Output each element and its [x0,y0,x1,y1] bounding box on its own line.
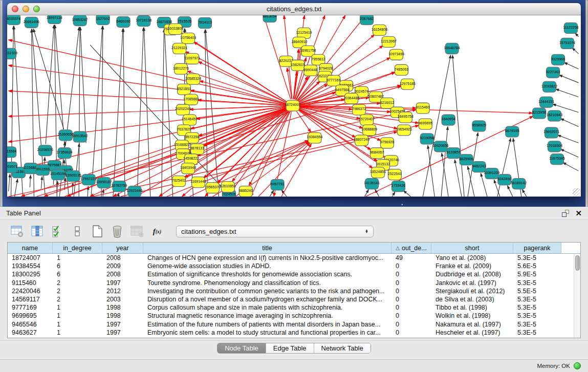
table-cell[interactable]: de Silva et al. (2003) [431,295,513,303]
network-node[interactable]: 10756403 [180,33,196,43]
table-cell[interactable]: 2 [53,287,102,295]
network-node[interactable]: 20206576 [37,145,53,156]
network-edge[interactable] [507,186,512,196]
network-edge[interactable] [123,29,125,196]
table-row[interactable]: 1938455462009Genome-wide association stu… [8,262,580,270]
network-node[interactable]: 17085681 [183,94,199,105]
column-header-name[interactable]: name [8,243,53,253]
network-edge[interactable] [403,190,410,196]
network-edge[interactable] [30,175,30,187]
table-cell[interactable]: 14569117 [8,295,53,303]
left-panel-edge[interactable] [0,0,3,207]
table-cell[interactable]: 0 [391,312,431,320]
network-edge[interactable] [137,28,143,196]
network-node[interactable]: 13505135 [66,171,81,182]
network-node[interactable]: 12444151 [538,97,554,107]
table-cell[interactable]: 0 [391,262,431,270]
network-edge[interactable] [455,160,462,196]
network-node[interactable]: 20364486 [343,93,359,104]
table-cell[interactable]: Disruption of a novel member of a sodium… [143,295,391,303]
network-node[interactable]: 15145194 [50,169,66,180]
column-header-short[interactable]: short [431,243,513,253]
table-cell[interactable]: 9463627 [8,329,53,337]
network-node[interactable]: 18403948 [180,163,196,174]
network-edge[interactable] [9,174,10,191]
table-cell[interactable]: Embryonic stem cells: a model to study s… [143,329,391,337]
network-node[interactable]: 16033809 [167,24,183,34]
table-cell[interactable]: 1 [53,320,102,329]
network-node[interactable]: 20691406 [24,17,39,28]
network-edge[interactable] [198,61,287,103]
network-node[interactable]: 6466160 [116,16,130,27]
network-node[interactable]: 17016504 [547,141,562,152]
network-node[interactable]: 20585324 [185,74,201,84]
network-edge[interactable] [101,26,103,196]
network-node[interactable]: 6679195 [505,126,519,137]
table-cell[interactable]: Yano et al. (2008) [431,254,513,262]
table-cell[interactable]: 1 [53,329,102,337]
table-cell[interactable]: 0 [391,295,431,303]
network-edge[interactable] [15,179,18,196]
table-cell[interactable]: 1998 [102,312,143,320]
network-edge[interactable] [299,107,360,119]
network-edge[interactable] [164,29,172,196]
network-edge[interactable] [66,27,79,147]
tab-node-table[interactable]: Node Table [217,343,266,353]
table-cell[interactable]: Tourette syndrome. Phenomenology and cla… [143,279,391,287]
network-node[interactable]: 2087682 [360,15,374,25]
network-node[interactable]: 8813054 [263,15,277,22]
network-node[interactable]: 10958187 [96,178,112,188]
network-edge[interactable] [522,189,526,196]
table-cell[interactable]: Investigating the contribution of common… [143,287,391,295]
clear-selection-icon[interactable] [70,225,84,238]
network-canvas-svg[interactable]: 4035574206914061899713410653287152760264… [7,15,580,196]
network-edge[interactable] [90,45,224,190]
table-cell[interactable]: 2 [53,295,102,303]
network-edge[interactable] [572,48,578,54]
table-cell[interactable]: 5.5E-5 [513,287,561,295]
network-node[interactable]: 7625402 [172,176,186,187]
network-edge[interactable] [556,89,579,97]
network-node[interactable]: 3915584 [7,147,16,158]
table-cell[interactable]: 18724007 [8,254,53,262]
table-cell[interactable]: Genome-wide association studies in ADHD. [143,262,391,270]
network-node[interactable]: 15692071 [543,127,559,138]
network-edge[interactable] [559,75,579,82]
network-node[interactable]: 4035574 [7,15,20,25]
table-cell[interactable]: Nakamura et al. (1997) [431,320,513,329]
network-node[interactable]: 12975185 [400,79,416,90]
table-cell[interactable]: 19384554 [8,262,53,270]
window-resize-grip[interactable] [573,188,580,195]
network-node[interactable]: 7485063 [395,64,408,75]
network-node[interactable]: 17359924 [57,148,73,159]
table-row[interactable]: 946362711997Embryonic stem cells: a mode… [8,329,580,337]
table-cell[interactable]: 9777169 [8,303,53,312]
network-node[interactable]: 9115460 [416,103,430,114]
network-edge[interactable] [74,143,79,196]
table-cell[interactable]: 2008 [102,254,143,262]
table-row[interactable]: 1830029562008Estimation of significance … [8,270,580,278]
network-edge[interactable] [558,135,579,143]
network-node[interactable]: 6216012 [380,98,394,108]
right-panel-edge[interactable] [585,0,588,207]
network-node[interactable]: 15751074 [559,38,575,49]
network-node[interactable]: 21229321 [171,43,187,54]
table-cell[interactable]: Estimation of the future numbers of pati… [143,320,391,329]
tab-network-table[interactable]: Network Table [314,343,371,353]
table-cell[interactable]: 1998 [102,303,143,312]
table-row[interactable]: 977716911998Corpus callosum shape and si… [8,303,580,312]
column-header-in_degree[interactable]: in_degree [53,243,102,253]
table-cell[interactable]: 0 [391,320,431,329]
network-node[interactable]: 17957223 [81,174,97,185]
table-cell[interactable]: Jankovic et al. (1997) [431,279,513,287]
network-node[interactable]: 1527602 [96,15,110,25]
table-cell[interactable]: 5.3E-5 [513,279,561,287]
network-edge[interactable] [270,190,274,196]
table-cell[interactable]: 0 [391,270,431,278]
network-node[interactable]: 9885240 [239,186,253,196]
table-cell[interactable]: 18300295 [8,270,53,278]
network-node[interactable]: 1562615 [291,60,304,71]
network-edge[interactable] [452,55,464,196]
table-cell[interactable]: 2003 [102,295,143,303]
table-cell[interactable]: 9115460 [8,279,53,287]
